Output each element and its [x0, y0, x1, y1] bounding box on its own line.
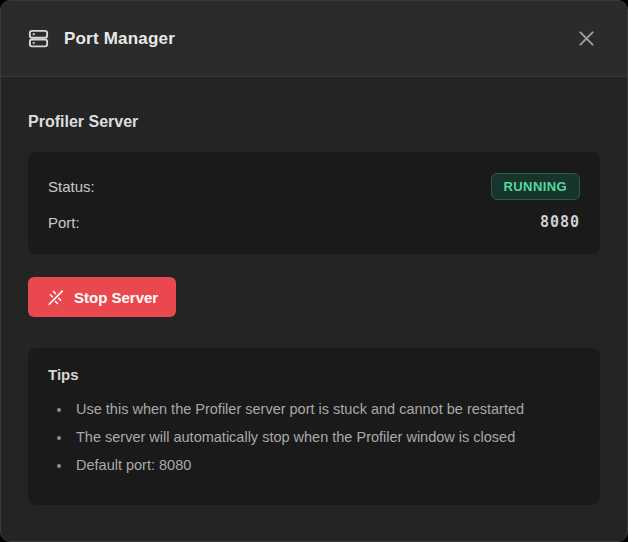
status-panel: Status: RUNNING Port: 8080 — [28, 152, 600, 254]
dialog-title: Port Manager — [64, 29, 175, 49]
tips-heading: Tips — [48, 366, 580, 383]
stop-server-button[interactable]: Stop Server — [28, 277, 176, 317]
tips-panel: Tips Use this when the Profiler server p… — [28, 348, 600, 505]
port-label: Port: — [48, 214, 80, 231]
status-label: Status: — [48, 178, 95, 195]
close-icon — [576, 28, 597, 49]
close-button[interactable] — [572, 24, 601, 53]
server-icon — [27, 27, 50, 50]
status-badge: RUNNING — [491, 173, 580, 200]
stop-server-label: Stop Server — [74, 289, 158, 306]
section-heading: Profiler Server — [28, 113, 600, 131]
tip-item: Default port: 8080 — [72, 451, 580, 479]
port-value: 8080 — [540, 213, 580, 231]
port-row: Port: 8080 — [48, 209, 580, 235]
dialog-header: Port Manager — [1, 1, 627, 77]
dialog-body: Profiler Server Status: RUNNING Port: 80… — [1, 77, 627, 541]
tips-list: Use this when the Profiler server port i… — [48, 395, 580, 479]
tip-item: The server will automatically stop when … — [72, 423, 580, 451]
status-row: Status: RUNNING — [48, 171, 580, 201]
tip-item: Use this when the Profiler server port i… — [72, 395, 580, 423]
port-manager-dialog: Port Manager Profiler Server Status: RUN… — [0, 0, 628, 542]
disconnect-icon — [46, 288, 65, 307]
